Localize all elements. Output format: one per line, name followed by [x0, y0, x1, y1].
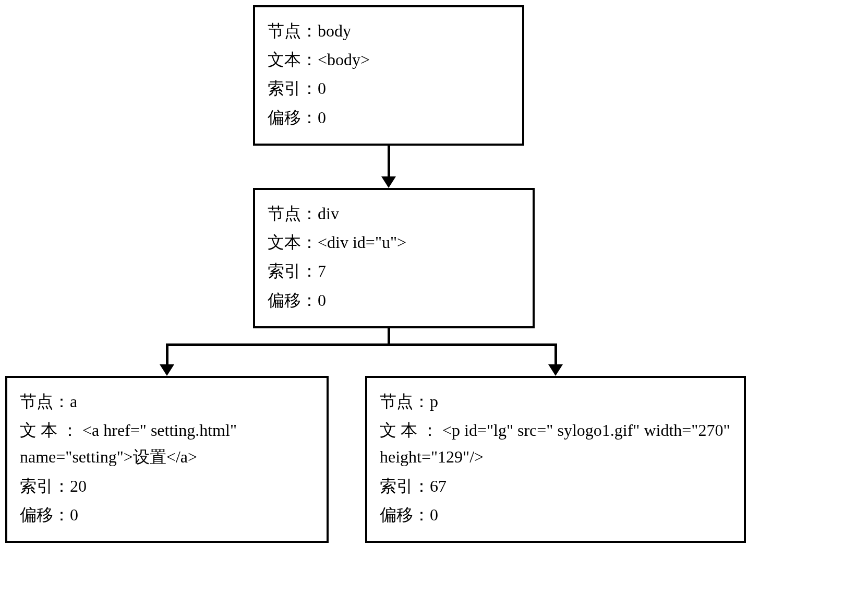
node-row: 文 本 ： <p id="lg" src=" sylogo1.gif" widt…	[380, 417, 731, 470]
tree-node-p: 节点： p 文 本 ： <p id="lg" src=" sylogo1.gif…	[365, 376, 746, 543]
node-row: 偏移： 0	[268, 287, 520, 314]
arrow-head-icon	[381, 176, 396, 188]
tree-node-div: 节点： div 文本： <div id="u"> 索引： 7 偏移： 0	[253, 188, 535, 328]
label-text: 文本：	[268, 46, 318, 73]
value-node: div	[318, 200, 339, 227]
node-row: 文 本 ： <a href=" setting.html" name="sett…	[20, 417, 314, 470]
label-node: 节点：	[380, 388, 430, 415]
label-node: 节点：	[268, 18, 318, 44]
value-index: 0	[318, 75, 326, 102]
value-offset: 0	[318, 104, 326, 131]
node-row: 节点： a	[20, 388, 314, 415]
label-text: 文 本 ：	[20, 421, 78, 440]
node-row: 节点： div	[268, 200, 520, 227]
tree-node-body: 节点： body 文本： <body> 索引： 0 偏移： 0	[253, 5, 524, 146]
value-node: p	[430, 388, 438, 415]
node-row: 偏移： 0	[380, 502, 731, 528]
value-offset: 0	[70, 502, 78, 528]
value-index: 20	[70, 473, 87, 500]
value-text: <body>	[318, 46, 370, 73]
label-index: 索引：	[268, 258, 318, 284]
node-row: 索引： 20	[20, 473, 314, 500]
label-offset: 偏移：	[380, 502, 430, 528]
node-row: 索引： 7	[268, 258, 520, 284]
value-node: body	[318, 18, 351, 44]
label-text: 文本：	[268, 229, 318, 256]
connector-line	[554, 343, 557, 365]
node-row: 索引： 0	[268, 75, 510, 102]
label-text: 文 本 ：	[380, 421, 438, 440]
label-node: 节点：	[20, 388, 70, 415]
tree-node-a: 节点： a 文 本 ： <a href=" setting.html" name…	[5, 376, 329, 543]
value-index: 67	[430, 473, 447, 500]
arrow-head-icon	[160, 364, 174, 376]
node-row: 节点： body	[268, 18, 510, 44]
label-offset: 偏移：	[268, 104, 318, 131]
node-row: 偏移： 0	[20, 502, 314, 528]
label-offset: 偏移：	[268, 287, 318, 314]
node-row: 文本： <div id="u">	[268, 229, 520, 256]
arrow-head-icon	[548, 364, 563, 376]
label-offset: 偏移：	[20, 502, 70, 528]
node-row: 节点： p	[380, 388, 731, 415]
value-node: a	[70, 388, 77, 415]
label-index: 索引：	[380, 473, 430, 500]
value-text: <div id="u">	[318, 229, 406, 256]
label-index: 索引：	[268, 75, 318, 102]
connector-line	[166, 343, 557, 346]
connector-line	[166, 343, 168, 365]
node-row: 索引： 67	[380, 473, 731, 500]
arrow-line	[388, 145, 390, 177]
label-index: 索引：	[20, 473, 70, 500]
node-row: 偏移： 0	[268, 104, 510, 131]
label-node: 节点：	[268, 200, 318, 227]
node-row: 文本： <body>	[268, 46, 510, 73]
value-offset: 0	[318, 287, 326, 314]
connector-line	[388, 328, 390, 345]
value-offset: 0	[430, 502, 438, 528]
value-index: 7	[318, 258, 326, 284]
